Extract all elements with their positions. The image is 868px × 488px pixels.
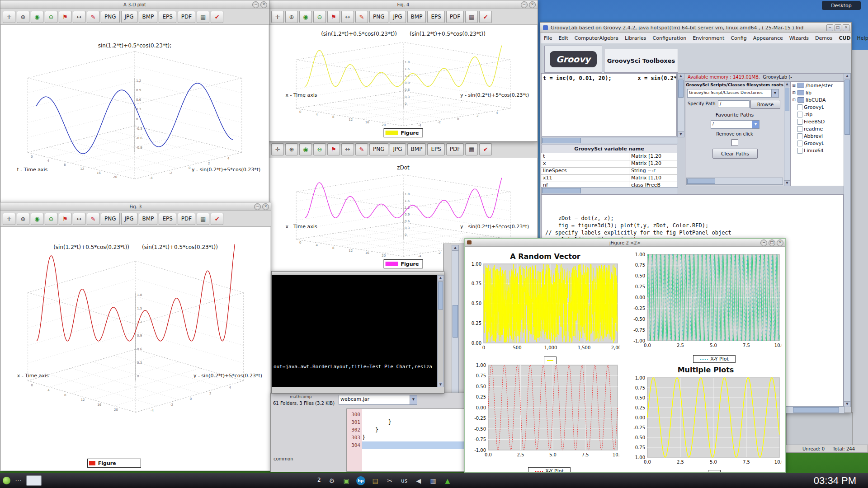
groovylab-titlebar[interactable]: GroovyLab based on Groovy 2.4.2, java ho… [540,23,851,33]
console-titlebar[interactable] [272,272,444,275]
remove-on-click-checkbox[interactable] [731,139,738,146]
desktop-button[interactable]: Desktop [822,1,861,10]
minimize-button[interactable]: − [521,1,528,8]
update-icon[interactable]: ▲ [443,476,452,485]
annotate-icon[interactable]: ✎ [87,11,99,23]
tree-item-lib[interactable]: ⊞lib [791,89,844,96]
titlebar[interactable]: Fig. 4 − × [269,0,538,9]
plot2d-canvas[interactable]: 1.000.750.500.250.00-0.25-0.50-0.75-1.00… [470,363,620,458]
minimize-button[interactable]: − [826,24,833,31]
variable-row[interactable]: xMatrix [1,20 [541,160,677,168]
close-button[interactable]: × [529,1,536,8]
window-vscrollbar[interactable]: ▲▼ [844,73,851,407]
pin-icon[interactable]: ⚑ [59,11,71,23]
export-pdf-button[interactable]: PDF [178,11,195,23]
tree-item-libcuda[interactable]: ⊞libCUDA [791,96,844,103]
tree-item-freebsd[interactable]: FreeBSD [791,118,844,125]
grid-icon[interactable]: ▦ [465,143,478,155]
grid-icon[interactable]: ▦ [197,11,209,23]
annotate-icon[interactable]: ✎ [355,11,368,23]
export-pdf-button[interactable]: PDF [178,213,195,225]
plot2d-canvas[interactable]: 1.000.750.500.250.0005001,0001,5002,000 [466,262,620,351]
select-icon[interactable]: ✛ [3,213,15,225]
tree-item-groovyl[interactable]: GroovyL [791,103,844,111]
browse-button[interactable]: Browse [750,100,780,109]
export-eps-button[interactable]: EPS [427,143,444,155]
menu-cud[interactable]: CUD [835,33,854,43]
files-icon[interactable]: ▣ [342,476,351,485]
tree-item-abbrevi[interactable]: Abbrevi [791,132,844,140]
hp-logo[interactable]: hp [356,476,365,485]
export-png-button[interactable]: PNG [369,11,388,23]
apply-icon[interactable]: ✔ [479,143,492,155]
zoom-out-icon[interactable]: ⊖ [313,11,326,23]
apply-icon[interactable]: ✔ [211,213,223,225]
grid-icon[interactable]: ▦ [465,11,478,23]
plot3d-canvas[interactable]: 1.81.51.20.90.60.30048121620-4-2024 [269,25,537,141]
apply-icon[interactable]: ✔ [211,11,223,23]
tree-item-readme[interactable]: readme [791,125,844,132]
tree-item--zip[interactable]: .zip [791,111,844,118]
export-bmp-button[interactable]: BMP [139,213,158,225]
editor-vscrollbar[interactable]: ▲▼ [677,73,684,137]
plot2d-canvas[interactable]: 1.000.750.500.250.00-0.25-0.50-0.75-1.00… [629,253,782,349]
menu-configuration[interactable]: Configuration [650,33,690,43]
script-dirs-combo[interactable]: GroovySci Script/Classes Directories▼ [687,89,779,98]
export-png-button[interactable]: PNG [369,143,388,155]
menu-libraries[interactable]: Libraries [622,33,650,43]
pan-icon[interactable]: ↔ [73,11,85,23]
panel-hscrollbar[interactable] [686,178,783,185]
tree-item-groovyl[interactable]: GroovyL [791,140,844,147]
variable-row[interactable]: lineSpecsString =:r [541,168,677,175]
maximize-button[interactable]: □ [835,24,841,31]
zoom-out-icon[interactable]: ⊖ [45,11,57,23]
clear-paths-button[interactable]: Clear Paths [712,149,758,159]
tab-groovysci-toolboxes[interactable]: GroovySci Toolboxes [604,49,678,73]
menu-edit[interactable]: Edit [555,33,571,43]
zoom-out-icon[interactable]: ⊖ [313,143,326,155]
annotate-icon[interactable]: ✎ [355,143,368,155]
console-output[interactable]: out=java.awt.BorderLayout,title=Test Pie… [274,364,432,370]
menu-wizards[interactable]: Wizards [786,33,812,43]
table-hscrollbar[interactable] [541,187,678,194]
zoom-in-icon[interactable]: ⊕ [285,11,298,23]
menu-demos[interactable]: Demos [812,33,835,43]
export-pdf-button[interactable]: PDF [446,143,464,155]
titlebar[interactable]: A 3-D plot − × [0,0,269,9]
jar-combo[interactable]: webcam.jar▼ [339,395,417,405]
export-bmp-button[interactable]: BMP [139,11,158,23]
menu-environment[interactable]: Environment [689,33,727,43]
variable-row[interactable]: tMatrix [1,20 [541,153,677,160]
path-input[interactable]: / [718,100,750,108]
apply-icon[interactable]: ✔ [479,11,492,23]
screenshot-icon[interactable]: ✂ [385,476,394,485]
script-editor[interactable]: t = inc(0, 0.01, 20); x = sin(0.2*t); fi… [541,73,677,136]
export-eps-button[interactable]: EPS [159,213,176,225]
export-png-button[interactable]: PNG [101,11,120,23]
zoom-in-icon[interactable]: ⊕ [17,213,29,225]
zoom-in-icon[interactable]: ⊕ [17,11,29,23]
variable-row[interactable]: x11Matrix [1,10 [541,175,677,182]
annotate-icon[interactable]: ✎ [87,213,99,225]
code-editor[interactable]: 300301302303304 } }} [346,408,468,472]
export-pdf-button[interactable]: PDF [446,11,464,23]
rotate-3d-icon[interactable]: ◉ [299,11,312,23]
rotate-3d-icon[interactable]: ◉ [299,143,312,155]
export-eps-button[interactable]: EPS [427,11,444,23]
export-jpg-button[interactable]: JPG [121,213,137,225]
pan-icon[interactable]: ↔ [341,11,354,23]
plot3d-canvas[interactable]: 1.81.51.20.90.60.30048121620-4-2024 [1,227,270,470]
select-icon[interactable]: ✛ [271,143,284,155]
keyboard-layout-indicator[interactable]: us [400,476,409,485]
export-png-button[interactable]: PNG [101,213,120,225]
overflow-dots[interactable]: ⋯ [15,477,22,485]
show-desktop-icon[interactable] [26,475,42,486]
pin-icon[interactable]: ⚑ [327,143,340,155]
maximize-button[interactable]: □ [769,239,775,246]
editor-hscrollbar[interactable] [541,137,678,144]
grid-icon[interactable]: ▦ [197,213,209,225]
export-bmp-button[interactable]: BMP [407,11,426,23]
export-jpg-button[interactable]: JPG [390,143,406,155]
console-vscrollbar[interactable]: ▲▼ [437,275,444,388]
plot3d-canvas[interactable]: 1.20.90.60.30-0.3-0.6-0.9048121620-4-202… [1,25,269,202]
